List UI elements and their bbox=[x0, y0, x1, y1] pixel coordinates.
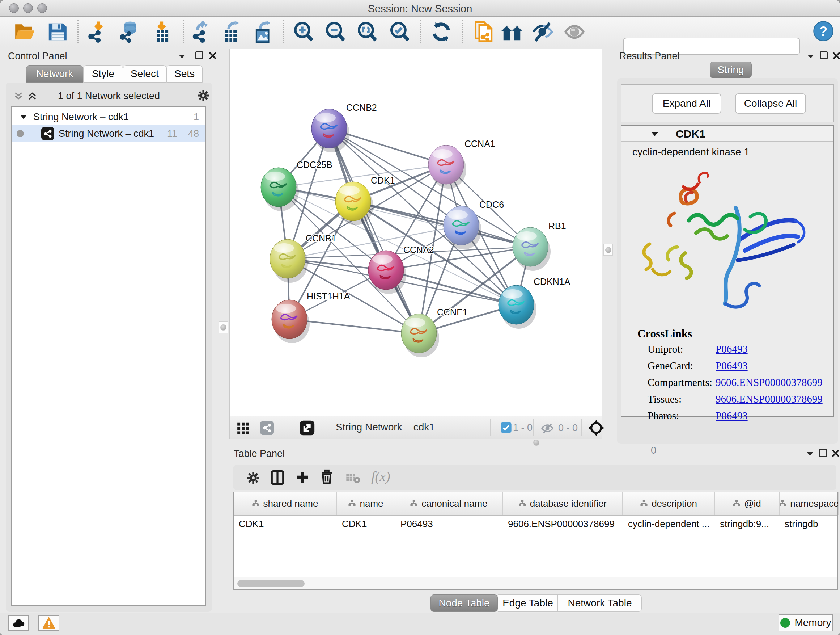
table-cell[interactable]: stringdb:9... bbox=[715, 516, 780, 533]
crosslink-link[interactable]: 9606.ENSP00000378699 bbox=[715, 377, 823, 388]
float-panel-icon[interactable] bbox=[195, 51, 203, 59]
export-network-icon[interactable] bbox=[190, 21, 212, 43]
share-document-icon[interactable] bbox=[473, 21, 495, 43]
column-header-name[interactable]: name bbox=[337, 492, 395, 515]
string-home-icon[interactable] bbox=[501, 21, 523, 43]
horizontal-splitter-handle[interactable] bbox=[533, 440, 539, 446]
close-panel-icon[interactable] bbox=[832, 51, 840, 62]
selected-checkbox-icon[interactable] bbox=[500, 422, 512, 435]
selected-count: 1 - 0 bbox=[513, 422, 532, 433]
network-options-gear-icon[interactable] bbox=[197, 89, 210, 103]
column-header-namespace[interactable]: namespace bbox=[780, 492, 838, 515]
float-panel-icon[interactable] bbox=[819, 449, 827, 457]
collapse-all-button[interactable]: Collapse All bbox=[735, 93, 806, 114]
float-panel-icon[interactable] bbox=[820, 51, 828, 59]
birdseye-grid-icon[interactable] bbox=[236, 421, 250, 436]
import-network-file-icon[interactable] bbox=[87, 21, 109, 43]
tab-network-table[interactable]: Network Table bbox=[558, 594, 642, 612]
toolbar-separator bbox=[462, 20, 463, 43]
table-horizontal-scrollbar[interactable] bbox=[234, 577, 837, 589]
panel-menu-icon[interactable] bbox=[177, 52, 187, 62]
network-node-ccna1[interactable]: CCNA1 bbox=[428, 139, 495, 188]
zoom-selected-icon[interactable] bbox=[388, 21, 411, 43]
zoom-in-icon[interactable] bbox=[292, 21, 314, 43]
select-columns-icon[interactable] bbox=[270, 470, 285, 486]
column-header-databaseidentifier[interactable]: database identifier bbox=[503, 492, 623, 515]
crosslink-link[interactable]: P06493 bbox=[715, 360, 748, 372]
import-network-database-icon[interactable] bbox=[118, 21, 141, 43]
popout-view-icon[interactable] bbox=[299, 420, 315, 437]
export-table-icon[interactable] bbox=[220, 21, 243, 43]
network-canvas[interactable]: CCNB2CCNA1CDC25BCDK1CDC6RB1CCNB1CCNA2CDK… bbox=[229, 49, 602, 416]
save-session-icon[interactable] bbox=[46, 21, 68, 43]
table-gear-icon[interactable] bbox=[246, 470, 261, 486]
tab-sets[interactable]: Sets bbox=[166, 65, 202, 82]
tab-string[interactable]: String bbox=[710, 62, 752, 78]
delete-table-icon bbox=[346, 473, 360, 486]
table-header-row[interactable]: shared namenamecanonical namedatabase id… bbox=[234, 492, 837, 516]
open-session-icon[interactable] bbox=[13, 21, 36, 43]
network-edge[interactable] bbox=[329, 128, 419, 333]
refresh-icon[interactable] bbox=[430, 21, 453, 43]
table-cell[interactable]: CDK1 bbox=[337, 516, 395, 533]
import-table-icon[interactable] bbox=[150, 21, 173, 43]
network-node-ccnb1[interactable]: CCNB1 bbox=[270, 233, 336, 283]
protein-structure-image bbox=[631, 161, 826, 320]
crosslinks-title: CrossLinks bbox=[638, 327, 692, 340]
right-splitter-handle[interactable] bbox=[603, 244, 613, 256]
export-image-icon[interactable] bbox=[252, 21, 274, 43]
tab-network[interactable]: Network bbox=[26, 65, 83, 82]
column-header-label: database identifier bbox=[530, 498, 607, 509]
column-header-sharedname[interactable]: shared name bbox=[234, 492, 337, 515]
panel-menu-icon[interactable] bbox=[806, 52, 815, 62]
network-node-rb1[interactable]: RB1 bbox=[513, 221, 566, 271]
network-node-cdc25b[interactable]: CDC25B bbox=[261, 160, 332, 211]
crosslink-link[interactable]: P06493 bbox=[715, 410, 748, 422]
close-panel-icon[interactable] bbox=[208, 51, 217, 62]
network-row-selected[interactable]: String Network – cdk1 11 48 bbox=[11, 125, 205, 142]
network-node-cdkn1a[interactable]: CDKN1A bbox=[499, 277, 570, 329]
network-node-cdc6[interactable]: CDC6 bbox=[444, 200, 504, 249]
network-collection-row[interactable]: String Network – cdk1 1 bbox=[11, 109, 205, 125]
crosslink-link[interactable]: P06493 bbox=[715, 343, 748, 355]
section-collapse-icon[interactable] bbox=[651, 130, 659, 139]
close-panel-icon[interactable] bbox=[831, 449, 840, 459]
table-row[interactable]: CDK1CDK1P064939606.ENSP00000378699cyclin… bbox=[234, 516, 837, 533]
tab-node-table[interactable]: Node Table bbox=[431, 594, 498, 612]
scrollbar-thumb[interactable] bbox=[237, 580, 305, 587]
column-type-icon bbox=[780, 498, 786, 509]
network-node-ccnb2[interactable]: CCNB2 bbox=[311, 103, 377, 152]
table-cell[interactable]: stringdb bbox=[780, 516, 838, 533]
left-splitter-handle[interactable] bbox=[218, 321, 228, 333]
panel-menu-icon[interactable] bbox=[805, 450, 815, 459]
table-cell[interactable]: P06493 bbox=[395, 516, 503, 533]
add-column-icon[interactable] bbox=[295, 470, 309, 486]
table-cell[interactable]: cyclin-dependent ... bbox=[623, 516, 715, 533]
collection-expand-icon[interactable] bbox=[19, 111, 27, 123]
network-node-hist1h1a[interactable]: HIST1H1A bbox=[272, 291, 350, 343]
delete-column-trash-icon[interactable] bbox=[319, 469, 334, 486]
warning-status-button[interactable] bbox=[38, 615, 59, 631]
toolbar-separator bbox=[490, 419, 491, 436]
fit-crosshair-icon[interactable] bbox=[588, 420, 605, 438]
expand-all-button[interactable]: Expand All bbox=[652, 93, 722, 114]
network-share-icon[interactable] bbox=[259, 420, 275, 437]
node-label: CCNB1 bbox=[306, 233, 336, 243]
memory-button[interactable]: Memory bbox=[778, 614, 833, 631]
column-header-id[interactable]: @id bbox=[715, 492, 780, 515]
column-header-description[interactable]: description bbox=[623, 492, 715, 515]
protein-section-header[interactable]: CDK1 bbox=[622, 126, 834, 142]
zoom-fit-icon[interactable] bbox=[355, 21, 378, 43]
cloud-status-button[interactable] bbox=[8, 615, 29, 631]
hide-panel-eye-icon[interactable] bbox=[531, 21, 554, 43]
table-cell[interactable]: CDK1 bbox=[234, 516, 337, 533]
help-icon[interactable]: ? bbox=[813, 21, 835, 43]
tab-style[interactable]: Style bbox=[83, 65, 123, 82]
table-cell[interactable]: 9606.ENSP00000378699 bbox=[503, 516, 623, 533]
tab-edge-table[interactable]: Edge Table bbox=[498, 594, 558, 612]
zoom-out-icon[interactable] bbox=[324, 21, 346, 43]
crosslink-link[interactable]: 9606.ENSP00000378699 bbox=[715, 393, 823, 405]
tab-select[interactable]: Select bbox=[123, 65, 166, 82]
column-header-canonicalname[interactable]: canonical name bbox=[395, 492, 503, 515]
column-type-icon bbox=[640, 498, 648, 509]
